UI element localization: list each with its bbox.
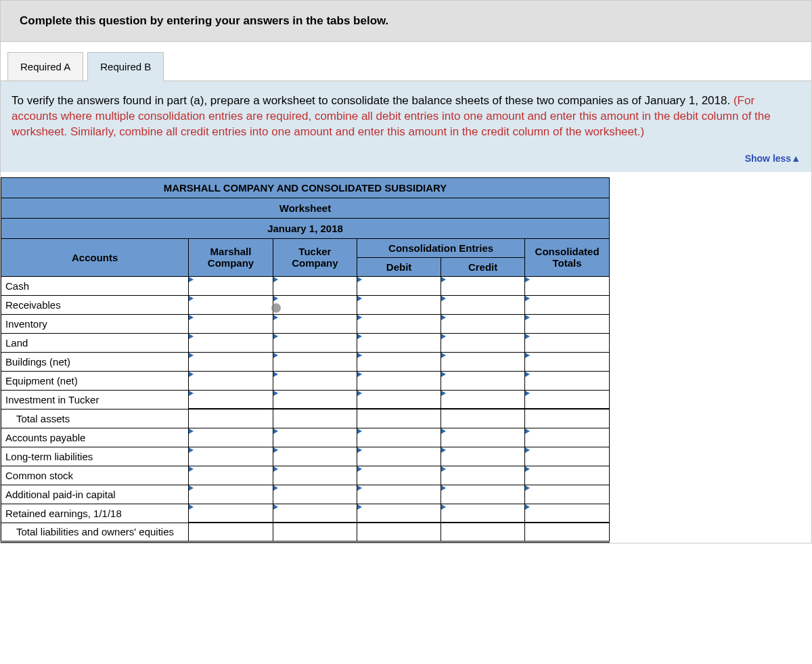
expand-marker-icon [525,353,530,358]
input-cell[interactable] [273,314,357,333]
input-cell[interactable] [525,276,610,295]
input-cell[interactable] [189,428,273,447]
tab-required-b[interactable]: Required B [87,52,164,81]
expand-marker-icon [189,466,194,472]
input-cell[interactable] [525,333,610,352]
input-cell[interactable] [189,485,273,504]
expand-marker-icon [357,391,362,396]
expand-marker-icon [273,466,278,472]
total-cell [357,409,441,428]
row-label: Additional paid-in capital [1,485,189,504]
expand-marker-icon [357,353,362,358]
expand-marker-icon [189,485,194,491]
worksheet-table: MARSHALL COMPANY AND CONSOLIDATED SUBSID… [1,177,610,543]
input-cell[interactable] [357,447,441,466]
input-cell[interactable] [189,352,273,371]
input-cell[interactable] [525,447,610,466]
expand-marker-icon [273,504,278,510]
table-subtitle: Worksheet [1,198,610,218]
expand-marker-icon [357,334,362,339]
input-cell[interactable] [525,485,610,504]
input-cell[interactable] [525,295,610,314]
expand-marker-icon [357,315,362,320]
input-cell[interactable] [357,333,441,352]
table-row: Inventory [1,314,610,333]
input-cell[interactable] [273,466,357,485]
input-cell[interactable] [273,352,357,371]
input-cell[interactable] [441,314,525,333]
input-cell[interactable] [273,276,357,295]
expand-marker-icon [441,334,446,339]
prompt-lead: To verify the answers found in part (a),… [12,94,734,107]
tab-required-a[interactable]: Required A [7,52,83,81]
input-cell[interactable] [525,352,610,371]
input-cell[interactable] [441,466,525,485]
input-cell[interactable] [441,352,525,371]
input-cell[interactable] [357,295,441,314]
input-cell[interactable] [525,504,610,523]
input-cell[interactable] [273,485,357,504]
input-cell[interactable] [441,485,525,504]
input-cell[interactable] [357,485,441,504]
input-cell[interactable] [441,428,525,447]
input-cell[interactable] [189,295,273,314]
expand-marker-icon [189,296,194,301]
input-cell[interactable] [525,390,610,409]
input-cell[interactable] [525,371,610,390]
worksheet-wrap: MARSHALL COMPANY AND CONSOLIDATED SUBSID… [1,172,811,543]
input-cell[interactable] [357,428,441,447]
expand-marker-icon [441,504,446,510]
expand-marker-icon [525,315,530,320]
input-cell[interactable] [357,390,441,409]
input-cell[interactable] [441,504,525,523]
input-cell[interactable] [357,352,441,371]
input-cell[interactable] [189,466,273,485]
question-container: Complete this question by entering your … [0,0,812,544]
input-cell[interactable] [189,504,273,523]
table-row: Retained earnings, 1/1/18 [1,504,610,523]
input-cell[interactable] [357,504,441,523]
input-cell[interactable] [441,295,525,314]
input-cell[interactable] [441,276,525,295]
row-label: Total assets [1,409,189,428]
input-cell[interactable] [273,504,357,523]
expand-marker-icon [357,277,362,282]
table-row: Cash [1,276,610,295]
table-date: January 1, 2018 [1,218,610,238]
expand-marker-icon [273,277,278,282]
expand-marker-icon [273,372,278,377]
input-cell[interactable] [441,447,525,466]
input-cell[interactable] [357,371,441,390]
input-cell[interactable] [189,447,273,466]
expand-marker-icon [273,353,278,358]
input-cell[interactable] [189,276,273,295]
input-cell[interactable] [189,390,273,409]
input-cell[interactable] [525,466,610,485]
input-cell[interactable] [357,466,441,485]
expand-marker-icon [273,485,278,491]
hdr-debit: Debit [357,257,441,276]
input-cell[interactable] [273,390,357,409]
input-cell[interactable] [189,314,273,333]
input-cell[interactable] [441,390,525,409]
input-cell[interactable] [441,371,525,390]
input-cell[interactable] [189,371,273,390]
input-cell[interactable] [273,295,357,314]
input-cell[interactable] [273,447,357,466]
hdr-consol-entries: Consolidation Entries [357,238,525,257]
input-cell[interactable] [273,333,357,352]
input-cell[interactable] [273,428,357,447]
input-cell[interactable] [357,314,441,333]
input-cell[interactable] [357,276,441,295]
row-label: Equipment (net) [1,371,189,390]
input-cell[interactable] [189,333,273,352]
show-less-link[interactable]: Show less▲ [745,153,800,164]
total-cell [189,409,273,428]
total-cell [525,409,610,428]
expand-marker-icon [525,372,530,377]
input-cell[interactable] [441,333,525,352]
input-cell[interactable] [525,428,610,447]
input-cell[interactable] [273,371,357,390]
expand-marker-icon [525,485,530,491]
input-cell[interactable] [525,314,610,333]
